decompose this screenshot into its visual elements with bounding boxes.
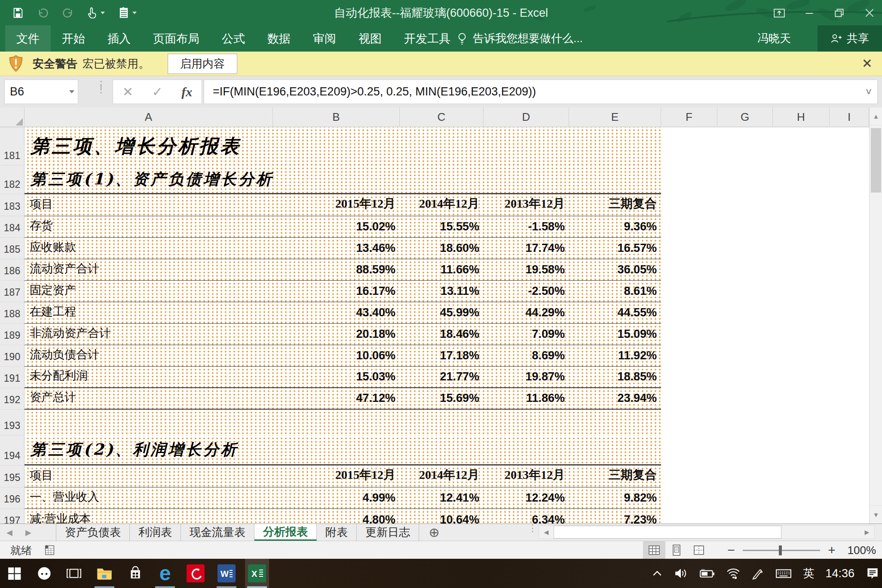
- cell-D195[interactable]: 2013年12月: [484, 466, 569, 487]
- vertical-scrollbar-thumb[interactable]: [871, 128, 881, 193]
- scroll-up-icon[interactable]: ▲: [870, 107, 882, 126]
- cell-D192[interactable]: 11.86%: [484, 388, 569, 409]
- cancel-icon[interactable]: ✕: [122, 84, 133, 99]
- ribbon-tab-页面布局[interactable]: 页面布局: [142, 25, 211, 52]
- share-button[interactable]: 共享: [818, 25, 882, 52]
- cell-E187[interactable]: 8.61%: [569, 281, 661, 302]
- cell-B183[interactable]: 2015年12月: [273, 194, 400, 216]
- save-icon[interactable]: [12, 7, 24, 19]
- scroll-left-icon[interactable]: ◀: [539, 526, 554, 539]
- cell-A186[interactable]: 流动资产合计: [24, 259, 273, 280]
- cell-B184[interactable]: 15.02%: [273, 216, 400, 237]
- touch-keyboard-icon[interactable]: [775, 567, 792, 579]
- cell-A189[interactable]: 非流动资产合计: [24, 324, 273, 345]
- row-header-184[interactable]: 184: [0, 216, 24, 238]
- action-center-icon[interactable]: [866, 567, 879, 580]
- cell-D184[interactable]: -1.58%: [484, 216, 569, 237]
- cell-B196[interactable]: 4.99%: [273, 487, 400, 508]
- horizontal-scrollbar-thumb[interactable]: [554, 526, 781, 539]
- zoom-in-button[interactable]: +: [826, 543, 837, 557]
- cell-E196[interactable]: 9.82%: [569, 487, 661, 508]
- cell-C186[interactable]: 11.66%: [400, 259, 484, 280]
- cortana-button[interactable]: [32, 559, 56, 588]
- cell-D183[interactable]: 2013年12月: [484, 194, 569, 216]
- column-header-D[interactable]: D: [484, 107, 569, 127]
- cell-C191[interactable]: 21.77%: [400, 367, 484, 387]
- row-header-189[interactable]: 189: [0, 324, 24, 345]
- column-header-B[interactable]: B: [273, 107, 400, 127]
- cell-C187[interactable]: 13.11%: [400, 281, 484, 302]
- row-header-192[interactable]: 192: [0, 388, 24, 410]
- sheet-tab-附表[interactable]: 附表: [317, 524, 357, 541]
- horizontal-scrollbar-track[interactable]: [554, 526, 860, 539]
- sheet-tab-更新日志[interactable]: 更新日志: [357, 524, 419, 541]
- clock[interactable]: 14:36: [825, 567, 854, 580]
- cell-E190[interactable]: 11.92%: [569, 345, 661, 366]
- formula-bar-expand-icon[interactable]: ˅: [860, 86, 877, 98]
- cell-E195[interactable]: 三期复合: [569, 466, 661, 487]
- cell-A196[interactable]: 一、营业收入: [24, 487, 273, 508]
- column-header-G[interactable]: G: [717, 107, 773, 127]
- sheet-tab-现金流量表[interactable]: 现金流量表: [181, 524, 254, 541]
- cell-B187[interactable]: 16.17%: [273, 281, 400, 302]
- cell-E184[interactable]: 9.36%: [569, 216, 661, 237]
- zoom-slider-thumb[interactable]: [779, 545, 782, 555]
- row-header-197[interactable]: 197: [0, 509, 24, 524]
- undo-icon[interactable]: [37, 7, 49, 19]
- row-header-183[interactable]: 183: [0, 194, 24, 216]
- cell-D191[interactable]: 19.87%: [484, 367, 569, 387]
- cell-B191[interactable]: 15.03%: [273, 367, 400, 387]
- sheet-prev-icon[interactable]: ◀: [0, 524, 19, 541]
- formula-bar-splitter[interactable]: ⋮⋮: [96, 82, 101, 92]
- start-button[interactable]: [3, 559, 27, 588]
- zoom-slider[interactable]: [743, 550, 820, 551]
- netease-music-button[interactable]: [184, 559, 208, 588]
- file-explorer-button[interactable]: [92, 559, 116, 588]
- row-header-181[interactable]: 181: [0, 127, 24, 165]
- zoom-out-button[interactable]: −: [726, 543, 737, 557]
- cell-B185[interactable]: 13.46%: [273, 238, 400, 259]
- cell-C197[interactable]: 10.64%: [400, 509, 484, 524]
- close-icon[interactable]: [863, 6, 876, 19]
- row-header-195[interactable]: 195: [0, 466, 24, 487]
- row-header-188[interactable]: 188: [0, 302, 24, 324]
- ribbon-tab-公式[interactable]: 公式: [211, 25, 256, 52]
- user-name[interactable]: 冯晓天: [757, 25, 791, 52]
- name-box[interactable]: B6: [4, 80, 78, 104]
- cell-B188[interactable]: 43.40%: [273, 302, 400, 323]
- formula-input[interactable]: =IF(MIN(E196,E203,E209)>0.25, 0.25, MIN(…: [204, 80, 878, 104]
- cell-A187[interactable]: 固定资产: [24, 281, 273, 302]
- new-sheet-button[interactable]: ⊕: [419, 524, 449, 541]
- ribbon-tab-开发工具[interactable]: 开发工具: [393, 25, 462, 52]
- cell-E191[interactable]: 18.85%: [569, 367, 661, 387]
- horizontal-scrollbar[interactable]: ◀ ▶: [539, 525, 875, 539]
- cell-B186[interactable]: 88.59%: [273, 259, 400, 280]
- task-view-button[interactable]: [62, 559, 86, 588]
- page-break-preview-icon[interactable]: [688, 541, 710, 559]
- row-header-186[interactable]: 186: [0, 259, 24, 281]
- column-header-E[interactable]: E: [569, 107, 661, 127]
- cell-D185[interactable]: 17.74%: [484, 238, 569, 259]
- store-button[interactable]: [123, 559, 147, 588]
- cell-D189[interactable]: 7.09%: [484, 324, 569, 345]
- cell-A191[interactable]: 未分配利润: [24, 367, 273, 387]
- cell-A192[interactable]: 资产总计: [24, 388, 273, 409]
- cell-D188[interactable]: 44.29%: [484, 302, 569, 323]
- row-header-187[interactable]: 187: [0, 281, 24, 302]
- row-header-194[interactable]: 194: [0, 435, 24, 466]
- column-header-H[interactable]: H: [773, 107, 830, 127]
- cell-D197[interactable]: 6.34%: [484, 509, 569, 524]
- ribbon-tab-文件[interactable]: 文件: [5, 25, 51, 52]
- sheet-tab-利润表[interactable]: 利润表: [130, 524, 181, 541]
- wifi-icon[interactable]: [726, 567, 740, 579]
- cell-B192[interactable]: 47.12%: [273, 388, 400, 409]
- restore-icon[interactable]: [833, 6, 846, 19]
- cell-E189[interactable]: 15.09%: [569, 324, 661, 345]
- scroll-right-icon[interactable]: ▶: [860, 526, 874, 539]
- select-all-button[interactable]: [0, 107, 24, 127]
- redo-icon[interactable]: [62, 7, 74, 19]
- cell-D196[interactable]: 12.24%: [484, 487, 569, 508]
- cell-C184[interactable]: 15.55%: [400, 216, 484, 237]
- column-header-C[interactable]: C: [400, 107, 484, 127]
- ribbon-tab-数据[interactable]: 数据: [256, 25, 302, 52]
